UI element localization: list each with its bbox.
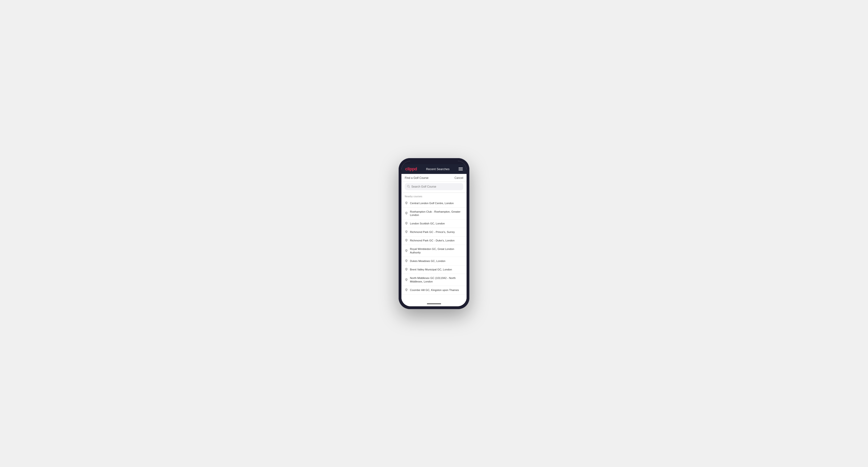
course-name: Dukes Meadows GC, London: [410, 259, 445, 263]
phone-device: clippd Recent Searches Find a Golf Cours…: [399, 158, 469, 309]
course-name: Central London Golf Centre, London: [410, 201, 454, 205]
pin-icon: [405, 230, 408, 234]
nav-bar: clippd Recent Searches: [401, 164, 467, 174]
course-name: Brent Valley Municipal GC, London: [410, 268, 452, 271]
course-name: Coombe Hill GC, Kingston upon Thames: [410, 288, 459, 292]
pin-icon: [405, 249, 408, 253]
list-item[interactable]: London Scottish GC, London: [401, 219, 467, 228]
pin-icon: [405, 278, 408, 282]
pin-icon: [405, 288, 408, 292]
list-item[interactable]: North Middlesex GC (1011942 - North Midd…: [401, 274, 467, 286]
nearby-section: Nearby courses Central London Golf Centr…: [401, 193, 467, 302]
find-bar: Find a Golf Course Cancel: [401, 174, 467, 182]
home-bar: [427, 304, 441, 304]
menu-icon[interactable]: [459, 167, 463, 170]
list-item[interactable]: Central London Golf Centre, London: [401, 199, 467, 208]
pin-icon: [405, 268, 408, 271]
notch: [426, 161, 442, 164]
app-logo: clippd: [405, 166, 417, 172]
search-input[interactable]: [411, 185, 461, 188]
nearby-header: Nearby courses: [401, 193, 467, 199]
list-item[interactable]: Roehampton Club - Roehampton, Greater Lo…: [401, 208, 467, 220]
phone-screen: clippd Recent Searches Find a Golf Cours…: [401, 161, 467, 306]
nav-title: Recent Searches: [426, 167, 450, 171]
pin-icon: [405, 222, 408, 225]
cancel-button[interactable]: Cancel: [455, 176, 463, 180]
home-indicator: [401, 302, 467, 306]
content-area: Find a Golf Course Cancel Nearby: [401, 174, 467, 302]
search-box: [405, 183, 463, 190]
pin-icon: [405, 239, 408, 242]
pin-icon: [405, 212, 408, 215]
find-label: Find a Golf Course: [405, 176, 429, 180]
course-name: London Scottish GC, London: [410, 222, 445, 225]
list-item[interactable]: Richmond Park GC - Duke's, London: [401, 237, 467, 245]
search-box-wrap: [401, 182, 467, 193]
list-item[interactable]: Richmond Park GC - Prince's, Surrey: [401, 228, 467, 237]
list-item[interactable]: Royal Wimbledon GC, Great London Authori…: [401, 245, 467, 257]
course-list: Central London Golf Centre, London Roeha…: [401, 199, 467, 295]
course-name: Royal Wimbledon GC, Great London Authori…: [410, 247, 463, 254]
list-item[interactable]: Coombe Hill GC, Kingston upon Thames: [401, 286, 467, 294]
course-name: North Middlesex GC (1011942 - North Midd…: [410, 276, 463, 283]
course-name: Roehampton Club - Roehampton, Greater Lo…: [410, 210, 463, 217]
pin-icon: [405, 259, 408, 263]
pin-icon: [405, 201, 408, 205]
search-icon: [407, 185, 410, 189]
svg-line-1: [409, 187, 410, 188]
course-name: Richmond Park GC - Prince's, Surrey: [410, 230, 455, 234]
list-item[interactable]: Dukes Meadows GC, London: [401, 257, 467, 266]
list-item[interactable]: Brent Valley Municipal GC, London: [401, 266, 467, 274]
course-name: Richmond Park GC - Duke's, London: [410, 239, 455, 242]
